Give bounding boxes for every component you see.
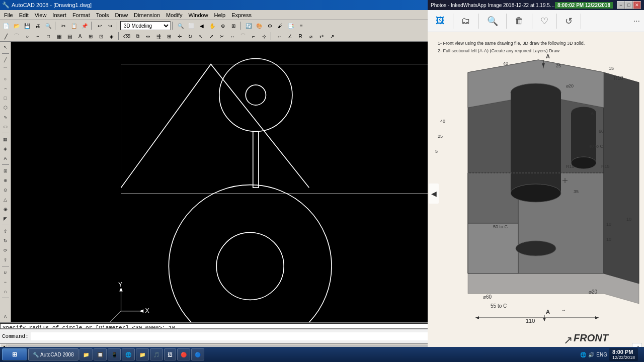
lt-hatch[interactable]: ▦ xyxy=(1,135,10,144)
print-btn[interactable]: 🖨 xyxy=(33,21,43,30)
array-btn[interactable]: ⊞ xyxy=(164,32,174,41)
taskbar-item6[interactable]: 📁 xyxy=(136,348,149,360)
menu-help[interactable]: Help xyxy=(211,12,229,19)
erase-btn[interactable]: ⌫ xyxy=(122,32,132,41)
taskbar-item5[interactable]: 🌐 xyxy=(122,348,135,360)
redo-btn[interactable]: ↪ xyxy=(105,21,115,30)
menu-format[interactable]: Format xyxy=(69,12,93,19)
lt-circle[interactable]: ○ xyxy=(1,74,10,83)
line-btn[interactable]: ╱ xyxy=(1,32,11,41)
photos-tb-delete[interactable]: 🗑 xyxy=(511,15,528,27)
pan-btn[interactable]: ✋ xyxy=(207,21,217,30)
photos-tb-more[interactable]: ··· xyxy=(633,17,640,26)
qleader-btn[interactable]: ↗ xyxy=(327,32,337,41)
shade-btn[interactable]: 🎨 xyxy=(254,21,264,30)
lt-text[interactable]: A xyxy=(1,154,10,163)
region-btn[interactable]: ◈ xyxy=(107,32,117,41)
lt-sweep[interactable]: ⟳ xyxy=(1,246,10,255)
photos-tb-rotate[interactable]: ↺ xyxy=(561,15,577,28)
hatch-btn[interactable]: ▦ xyxy=(54,32,64,41)
lt-select[interactable]: ↖ xyxy=(1,43,10,52)
dim-angular-btn[interactable]: ∠ xyxy=(285,32,295,41)
trim-btn[interactable]: ✂ xyxy=(217,32,227,41)
text-btn[interactable]: A xyxy=(75,32,85,41)
photos-tb-albums[interactable]: 🗂 xyxy=(457,15,474,27)
zoom-realtime-btn[interactable]: 🔍 xyxy=(176,21,186,30)
taskbar-photos-item[interactable]: 🖼 xyxy=(164,348,176,360)
lt-line[interactable]: ╱ xyxy=(1,55,10,64)
explode-btn[interactable]: ⊹ xyxy=(259,32,269,41)
rotate-btn[interactable]: ↻ xyxy=(185,32,195,41)
zoom-prev-btn[interactable]: ◀ xyxy=(197,21,207,30)
menu-edit[interactable]: Edit xyxy=(16,12,32,19)
dim-linear-btn[interactable]: ↔ xyxy=(274,32,284,41)
fillet-btn[interactable]: ⌒ xyxy=(238,32,248,41)
circle-btn[interactable]: ○ xyxy=(22,32,32,41)
start-button[interactable]: ⊞ xyxy=(2,348,27,360)
move-btn[interactable]: ✛ xyxy=(175,32,185,41)
taskbar-item4[interactable]: 📱 xyxy=(108,348,121,360)
taskbar-item2[interactable]: 📁 xyxy=(79,348,93,360)
menu-file[interactable]: File xyxy=(1,12,16,19)
lt-union[interactable]: ∪ xyxy=(1,268,10,277)
chamfer-btn[interactable]: ⌐ xyxy=(249,32,259,41)
rect-btn[interactable]: □ xyxy=(43,32,53,41)
photos-minimize[interactable]: − xyxy=(617,1,625,9)
attdef-btn[interactable]: ⊡ xyxy=(96,32,106,41)
taskbar-autocad[interactable]: 🔧 AutoCAD 2008 xyxy=(28,348,78,360)
lt-wedge[interactable]: ◤ xyxy=(1,214,10,223)
extend-btn[interactable]: ↔ xyxy=(227,32,237,41)
matchprop-btn[interactable]: 🖌 xyxy=(275,21,285,30)
taskbar-item3[interactable]: 🔲 xyxy=(94,348,107,360)
dim-radius-btn[interactable]: R xyxy=(295,32,305,41)
lt-revolve[interactable]: ↻ xyxy=(1,236,10,245)
linetype-btn[interactable]: ≡ xyxy=(296,21,306,30)
taskbar-item9[interactable]: 🔴 xyxy=(177,348,190,360)
lt-region[interactable]: ◈ xyxy=(1,144,10,153)
photos-tb-search[interactable]: 🔍 xyxy=(483,15,502,28)
scale-btn[interactable]: ⤡ xyxy=(196,32,206,41)
zoom-extent-btn[interactable]: ⊕ xyxy=(218,21,228,30)
menu-window[interactable]: Window xyxy=(185,12,211,19)
lt-3dbox[interactable]: ⊞ xyxy=(1,166,10,175)
lt-loft[interactable]: ⇪ xyxy=(1,255,10,264)
copy-btn[interactable]: 📋 xyxy=(69,21,79,30)
lt-sphere[interactable]: ⊕ xyxy=(1,176,10,185)
copy2-btn[interactable]: ⧉ xyxy=(132,32,142,41)
lt-rect[interactable]: □ xyxy=(1,94,10,103)
photos-tb-favourite[interactable]: ♡ xyxy=(536,15,552,28)
menu-dimension[interactable]: Dimension xyxy=(131,12,163,19)
open-btn[interactable]: 📂 xyxy=(12,21,22,30)
layer-btn[interactable]: 📑 xyxy=(286,21,296,30)
menu-modify[interactable]: Modify xyxy=(163,12,185,19)
print-preview-btn[interactable]: 🔍 xyxy=(43,21,53,30)
menu-draw[interactable]: Draw xyxy=(112,12,131,19)
zoom-window-btn[interactable]: ⬜ xyxy=(186,21,196,30)
zoom-all-btn[interactable]: ⊞ xyxy=(228,21,238,30)
lt-subtract[interactable]: − xyxy=(1,278,10,287)
lt-spline[interactable]: ∿ xyxy=(1,113,10,122)
gradient-btn[interactable]: ▤ xyxy=(64,32,74,41)
lt-polyline[interactable]: ⌒ xyxy=(1,65,10,74)
3d-orbit-btn[interactable]: 🔄 xyxy=(244,21,254,30)
dim-diameter-btn[interactable]: ⌀ xyxy=(306,32,316,41)
taskbar-item7[interactable]: 🎵 xyxy=(150,348,163,360)
paste-btn[interactable]: 📌 xyxy=(79,21,90,30)
lt-extrude[interactable]: ⇧ xyxy=(1,227,10,236)
menu-view[interactable]: View xyxy=(32,12,50,19)
lt-intersect[interactable]: ∩ xyxy=(1,287,10,296)
stretch-btn[interactable]: ⤢ xyxy=(206,32,216,41)
workspace-dropdown[interactable]: 3D Modeling xyxy=(120,21,171,30)
taskbar-item10[interactable]: 🔵 xyxy=(191,348,204,360)
lt-arc[interactable]: ⌢ xyxy=(1,84,10,93)
menu-insert[interactable]: Insert xyxy=(49,12,69,19)
menu-express[interactable]: Express xyxy=(228,12,255,19)
offset-btn[interactable]: ⇶ xyxy=(153,32,164,41)
photos-prev-btn[interactable]: ◀ xyxy=(429,184,439,204)
lt-cone[interactable]: △ xyxy=(1,195,10,204)
lt-torus[interactable]: ◉ xyxy=(1,205,10,214)
photos-tb-photos[interactable]: 🖼 xyxy=(432,15,449,27)
lt-polygon[interactable]: ⬡ xyxy=(1,103,10,112)
new-btn[interactable]: 📄 xyxy=(1,21,11,30)
arc-btn[interactable]: ⌢ xyxy=(33,32,43,41)
